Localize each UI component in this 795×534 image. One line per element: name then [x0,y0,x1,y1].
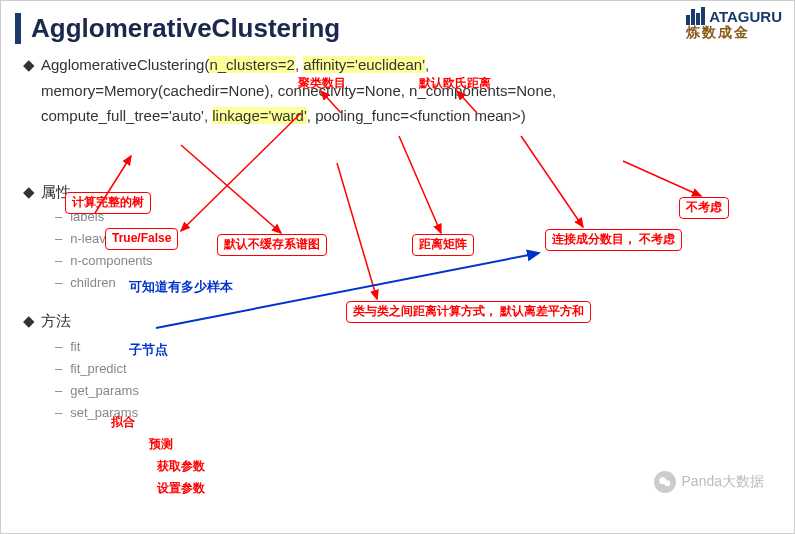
sig-sep: , [295,56,303,73]
svg-point-11 [664,480,670,486]
anno-child-node: 子节点 [129,341,168,359]
sig-affinity: affinity='euclidean' [303,56,425,73]
title-bar: AgglomerativeClustering [15,13,794,44]
list-item: fit_predict [55,358,764,380]
anno-default-euclid: 默认欧氏距离 [419,75,491,92]
wechat-icon [654,471,676,493]
anno-set-params: 设置参数 [157,480,205,497]
watermark: Panda大数据 [654,471,764,493]
anno-true-false: True/False [105,228,178,250]
logo-text-2: 炼数成金 [686,24,750,40]
sig-nclusters: n_clusters=2 [209,56,294,73]
sig-sep: , [425,56,429,73]
page-title: AgglomerativeClustering [31,13,794,44]
section-method-label: 方法 [41,312,71,329]
anno-linkage-desc: 类与类之间距离计算方式， 默认离差平方和 [346,301,591,323]
function-signature: AgglomerativeClustering(n_clusters=2, af… [41,52,764,129]
anno-cluster-num: 聚类数目 [298,75,346,92]
list-item: get_params [55,380,764,402]
anno-dist-matrix: 距离矩阵 [412,234,474,256]
sig-line3b: , pooling_func=<function mean>) [307,107,526,124]
sig-line3a: compute_full_tree='auto', [41,107,212,124]
brand-logo: ATAGURU 炼数成金 [686,7,782,39]
anno-ignore: 不考虑 [679,197,729,219]
anno-conn-components: 连接成分数目， 不考虑 [545,229,682,251]
list-item: n-components [55,250,764,272]
logo-text-1: ATAGURU [709,8,782,25]
list-item: labels [55,206,764,228]
watermark-text: Panda大数据 [682,473,764,491]
anno-fit: 拟合 [111,414,135,431]
sig-part: AgglomerativeClustering( [41,56,209,73]
anno-no-cache-dendro: 默认不缓存系谱图 [217,234,327,256]
sig-linkage: linkage='ward' [212,107,307,124]
anno-get-params: 获取参数 [157,458,205,475]
anno-compute-tree: 计算完整的树 [65,192,151,214]
anno-predict: 预测 [149,436,173,453]
section-methods: 方法 fit fit_predict get_params set_params [41,308,764,424]
list-item: set_params [55,402,764,424]
anno-samples-known: 可知道有多少样本 [129,278,233,296]
